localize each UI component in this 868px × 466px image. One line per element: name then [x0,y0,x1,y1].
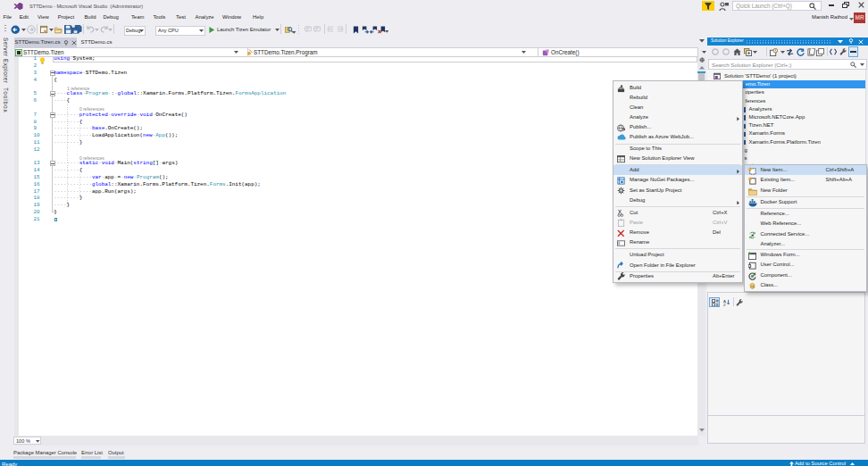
svg-text:Z: Z [723,303,726,306]
